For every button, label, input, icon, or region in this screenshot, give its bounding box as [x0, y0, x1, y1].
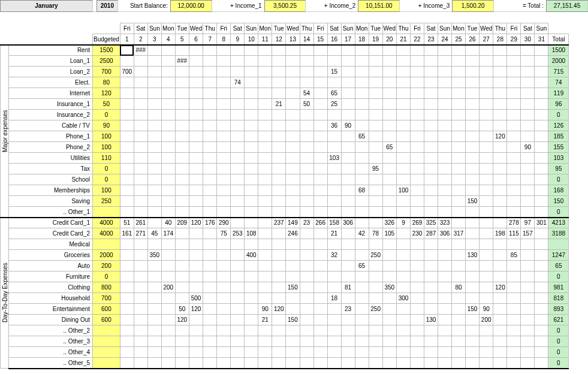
data-cell[interactable]	[355, 272, 369, 282]
budgeted-cell[interactable]: 700	[93, 67, 120, 77]
data-cell[interactable]	[411, 207, 424, 218]
data-cell[interactable]	[147, 239, 161, 250]
data-cell[interactable]: 120	[175, 315, 189, 325]
data-cell[interactable]: 78	[369, 228, 382, 239]
data-cell[interactable]	[438, 174, 452, 185]
data-cell[interactable]	[134, 153, 147, 164]
data-cell[interactable]	[189, 88, 203, 99]
data-cell[interactable]	[231, 56, 245, 67]
data-cell[interactable]	[161, 131, 175, 142]
data-cell[interactable]	[203, 196, 217, 207]
data-cell[interactable]	[313, 315, 327, 325]
data-cell[interactable]	[521, 120, 535, 131]
data-cell[interactable]	[272, 45, 286, 56]
data-cell[interactable]	[341, 196, 355, 207]
data-cell[interactable]	[438, 67, 452, 77]
data-cell[interactable]: 278	[507, 218, 521, 228]
data-cell[interactable]: 65	[355, 131, 369, 142]
data-cell[interactable]	[397, 88, 411, 99]
data-cell[interactable]	[327, 207, 341, 218]
data-cell[interactable]	[397, 120, 411, 131]
data-cell[interactable]	[161, 164, 175, 174]
data-cell[interactable]	[286, 358, 300, 369]
data-cell[interactable]	[231, 336, 245, 347]
data-cell[interactable]: 23	[300, 218, 313, 228]
data-cell[interactable]	[480, 336, 493, 347]
data-cell[interactable]: 209	[175, 218, 189, 228]
data-cell[interactable]	[203, 99, 217, 110]
data-cell[interactable]	[521, 56, 535, 67]
data-cell[interactable]	[231, 45, 245, 56]
data-cell[interactable]	[272, 196, 286, 207]
data-cell[interactable]	[466, 164, 480, 174]
data-cell[interactable]	[217, 325, 231, 336]
data-cell[interactable]	[438, 293, 452, 304]
data-cell[interactable]	[452, 131, 466, 142]
data-cell[interactable]	[161, 358, 175, 369]
data-cell[interactable]	[521, 153, 535, 164]
data-cell[interactable]	[521, 67, 535, 77]
data-cell[interactable]	[424, 110, 438, 120]
data-cell[interactable]	[120, 153, 134, 164]
data-cell[interactable]: 90	[480, 304, 493, 315]
data-cell[interactable]	[507, 282, 521, 293]
data-cell[interactable]	[161, 77, 175, 88]
data-cell[interactable]	[161, 250, 175, 261]
data-cell[interactable]	[245, 67, 258, 77]
data-cell[interactable]	[147, 142, 161, 153]
data-cell[interactable]: 32	[327, 250, 341, 261]
data-cell[interactable]	[217, 67, 231, 77]
data-cell[interactable]	[452, 45, 466, 56]
data-cell[interactable]	[203, 282, 217, 293]
data-cell[interactable]	[341, 153, 355, 164]
data-cell[interactable]	[313, 185, 327, 196]
data-cell[interactable]	[258, 293, 272, 304]
data-cell[interactable]	[507, 174, 521, 185]
data-cell[interactable]	[493, 196, 507, 207]
data-cell[interactable]	[424, 131, 438, 142]
data-cell[interactable]	[411, 153, 424, 164]
data-cell[interactable]	[521, 45, 535, 56]
data-cell[interactable]	[382, 336, 396, 347]
data-cell[interactable]	[341, 207, 355, 218]
data-cell[interactable]	[134, 142, 147, 153]
data-cell[interactable]	[466, 347, 480, 358]
data-cell[interactable]	[411, 358, 424, 369]
data-cell[interactable]	[341, 99, 355, 110]
data-cell[interactable]	[175, 250, 189, 261]
data-cell[interactable]	[341, 88, 355, 99]
data-cell[interactable]	[493, 67, 507, 77]
data-cell[interactable]	[203, 56, 217, 67]
data-cell[interactable]	[452, 336, 466, 347]
data-cell[interactable]	[493, 261, 507, 272]
data-cell[interactable]	[245, 99, 258, 110]
data-cell[interactable]	[203, 120, 217, 131]
data-cell[interactable]	[411, 196, 424, 207]
data-cell[interactable]	[272, 347, 286, 358]
data-cell[interactable]	[438, 131, 452, 142]
data-cell[interactable]	[466, 142, 480, 153]
data-cell[interactable]	[369, 45, 382, 56]
data-cell[interactable]	[286, 77, 300, 88]
data-cell[interactable]	[480, 293, 493, 304]
data-cell[interactable]	[535, 325, 548, 336]
data-cell[interactable]: 120	[189, 218, 203, 228]
data-cell[interactable]	[507, 261, 521, 272]
data-cell[interactable]	[300, 282, 313, 293]
data-cell[interactable]	[272, 88, 286, 99]
data-cell[interactable]	[369, 185, 382, 196]
data-cell[interactable]	[272, 56, 286, 67]
data-cell[interactable]: 65	[355, 261, 369, 272]
data-cell[interactable]	[466, 218, 480, 228]
data-cell[interactable]	[355, 164, 369, 174]
data-cell[interactable]	[231, 239, 245, 250]
data-cell[interactable]	[327, 77, 341, 88]
data-cell[interactable]: 68	[355, 185, 369, 196]
data-cell[interactable]	[189, 336, 203, 347]
data-cell[interactable]	[424, 272, 438, 282]
data-cell[interactable]	[189, 250, 203, 261]
data-cell[interactable]	[147, 272, 161, 282]
data-cell[interactable]	[535, 228, 548, 239]
data-cell[interactable]: 95	[369, 164, 382, 174]
data-cell[interactable]	[134, 336, 147, 347]
